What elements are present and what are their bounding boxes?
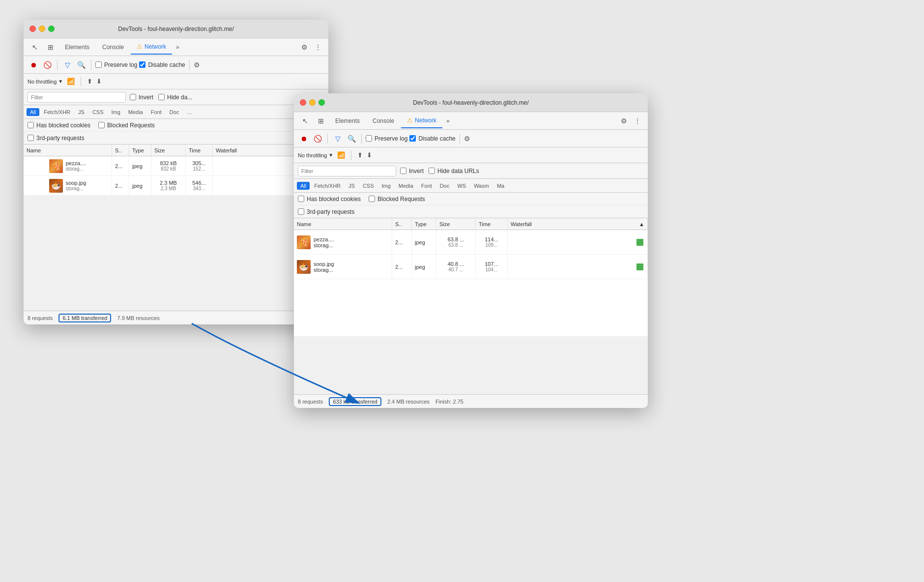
blocked-cookies-label-1[interactable]: Has blocked cookies <box>28 122 90 129</box>
table-row-1[interactable]: 🍕 pezza.... storag... 2... jpeg 832 kB 8… <box>24 156 328 176</box>
search-icon-1[interactable]: 🔍 <box>75 59 87 71</box>
type-all-1[interactable]: All <box>27 108 39 116</box>
invert-checkbox-1[interactable] <box>130 94 136 100</box>
blocked-requests-label-1[interactable]: Blocked Requests <box>98 122 155 129</box>
blocked-cookies-label-2[interactable]: Has blocked cookies <box>298 196 361 203</box>
disable-cache-checkbox-2[interactable] <box>409 135 416 142</box>
cursor-icon-2[interactable]: ↖ <box>298 114 313 128</box>
maximize-button-1[interactable] <box>48 26 55 32</box>
type-fetch-xhr-1[interactable]: Fetch/XHR <box>40 108 74 116</box>
blocked-cookies-checkbox-1[interactable] <box>28 122 34 128</box>
blocked-requests-checkbox-1[interactable] <box>98 122 105 128</box>
table-row-pizza-2[interactable]: 🍕 pezza.... storag... 2... jpeg 63.8 ...… <box>294 230 648 255</box>
layers-icon-1[interactable]: ⊞ <box>43 40 58 55</box>
table-row-2[interactable]: 🍜 soop.jpg storag... 2... jpeg 2.3 MB 2.… <box>24 176 328 196</box>
menu-dots-icon-2[interactable]: ⋮ <box>631 115 644 127</box>
hide-data-urls-checkbox-1[interactable] <box>158 94 165 100</box>
type-css-2[interactable]: CSS <box>359 182 377 190</box>
hide-data-urls-label-1[interactable]: Hide da... <box>158 94 192 101</box>
minimize-button-1[interactable] <box>39 26 45 32</box>
hide-data-urls-checkbox-2[interactable] <box>429 168 435 174</box>
td-time-pizza-1: 305... 152... <box>186 156 213 175</box>
preserve-log-checkbox-1[interactable] <box>95 61 102 68</box>
type-img-2[interactable]: Img <box>378 182 394 190</box>
blocked-cookies-checkbox-2[interactable] <box>298 196 304 202</box>
invert-checkbox-2[interactable] <box>400 168 406 174</box>
invert-label-2[interactable]: Invert <box>400 168 424 175</box>
filter-input-2[interactable] <box>298 166 396 176</box>
tab-console-1[interactable]: Console <box>96 40 130 55</box>
type-img-1[interactable]: Img <box>108 108 124 116</box>
cursor-icon-1[interactable]: ↖ <box>28 40 42 55</box>
filter-input-1[interactable] <box>28 92 126 103</box>
disable-cache-label-1[interactable]: Disable cache <box>139 61 185 68</box>
download-icon-1[interactable]: ⬇ <box>96 78 102 85</box>
type-css-1[interactable]: CSS <box>89 108 107 116</box>
disable-cache-checkbox-1[interactable] <box>139 61 145 68</box>
preserve-log-label-1[interactable]: Preserve log <box>95 61 137 68</box>
upload-icon-1[interactable]: ⬆ <box>87 78 92 85</box>
gear-icon-2[interactable]: ⚙ <box>618 115 630 127</box>
third-party-label-2[interactable]: 3rd-party requests <box>298 208 354 215</box>
type-js-2[interactable]: JS <box>345 182 358 190</box>
gear-icon-1[interactable]: ⚙ <box>298 41 311 53</box>
type-all-2[interactable]: All <box>297 182 310 190</box>
hide-data-urls-label-2[interactable]: Hide data URLs <box>429 168 479 175</box>
throttle-select-2[interactable]: No throttling ▼ <box>298 152 333 158</box>
record-button-2[interactable]: ⏺ <box>298 133 310 145</box>
type-font-1[interactable]: Font <box>147 108 165 116</box>
status-finish-2: Finish: 2.75 <box>435 399 463 405</box>
preserve-log-label-2[interactable]: Preserve log <box>366 135 407 142</box>
type-more-1[interactable]: ... <box>183 108 195 116</box>
menu-dots-icon-1[interactable]: ⋮ <box>312 41 324 53</box>
tab-console-2[interactable]: Console <box>367 114 400 128</box>
type-doc-1[interactable]: Doc <box>166 108 183 116</box>
disable-cache-label-2[interactable]: Disable cache <box>409 135 455 142</box>
type-media-2[interactable]: Media <box>395 182 417 190</box>
close-button-1[interactable] <box>29 26 36 32</box>
th-time-2: Time <box>476 218 508 230</box>
filter-icon-2[interactable]: ▽ <box>332 133 344 145</box>
type-doc-2[interactable]: Doc <box>436 182 453 190</box>
preserve-log-checkbox-2[interactable] <box>366 135 372 142</box>
waterfall-bar-pizza-2 <box>636 239 643 246</box>
throttle-select-1[interactable]: No throttling ▼ <box>28 79 63 85</box>
tab-more-1[interactable]: » <box>173 42 182 53</box>
tab-elements-2[interactable]: Elements <box>329 114 366 128</box>
settings-icon-1[interactable]: ⚙ <box>194 61 200 69</box>
third-party-label-1[interactable]: 3rd-party requests <box>28 135 84 142</box>
type-ma-2[interactable]: Ma <box>493 182 508 190</box>
third-party-checkbox-1[interactable] <box>28 135 34 141</box>
blocked-requests-label-2[interactable]: Blocked Requests <box>369 196 425 203</box>
filter-icon-1[interactable]: ▽ <box>61 59 73 71</box>
invert-label-1[interactable]: Invert <box>130 94 153 101</box>
tab-elements-1[interactable]: Elements <box>59 40 95 55</box>
tab-network-1[interactable]: ⚠ Network <box>131 40 172 55</box>
clear-button-1[interactable]: 🚫 <box>41 59 53 71</box>
type-js-1[interactable]: JS <box>75 108 88 116</box>
third-party-checkbox-2[interactable] <box>298 208 304 215</box>
download-icon-2[interactable]: ⬇ <box>367 151 372 159</box>
tab-network-2[interactable]: ⚠ Network <box>401 114 442 128</box>
type-font-2[interactable]: Font <box>418 182 435 190</box>
clear-button-2[interactable]: 🚫 <box>312 133 323 145</box>
table-row-soup-2[interactable]: 🍜 soop.jpg storag... 2... jpeg 40.8 ... … <box>294 255 648 279</box>
thumbnail-pizza-2: 🍕 <box>297 235 311 249</box>
minimize-button-2[interactable] <box>309 99 316 106</box>
search-icon-2[interactable]: 🔍 <box>346 133 357 145</box>
maximize-button-2[interactable] <box>318 99 325 106</box>
td-name-soup-1: 🍜 soop.jpg storag... <box>24 176 112 195</box>
record-button-1[interactable]: ⏺ <box>28 59 39 71</box>
tab-more-2[interactable]: » <box>443 116 453 126</box>
type-ws-2[interactable]: WS <box>454 182 469 190</box>
type-fetch-xhr-2[interactable]: Fetch/XHR <box>311 182 344 190</box>
settings-icon-2[interactable]: ⚙ <box>464 135 470 143</box>
th-name-1: Name <box>24 145 112 156</box>
type-media-1[interactable]: Media <box>125 108 146 116</box>
status-transferred-2: 633 kB transferred <box>329 397 381 406</box>
close-button-2[interactable] <box>300 99 306 106</box>
upload-icon-2[interactable]: ⬆ <box>357 151 363 159</box>
blocked-requests-checkbox-2[interactable] <box>369 196 375 202</box>
type-wasm-2[interactable]: Wasm <box>470 182 492 190</box>
layers-icon-2[interactable]: ⊞ <box>314 114 328 128</box>
